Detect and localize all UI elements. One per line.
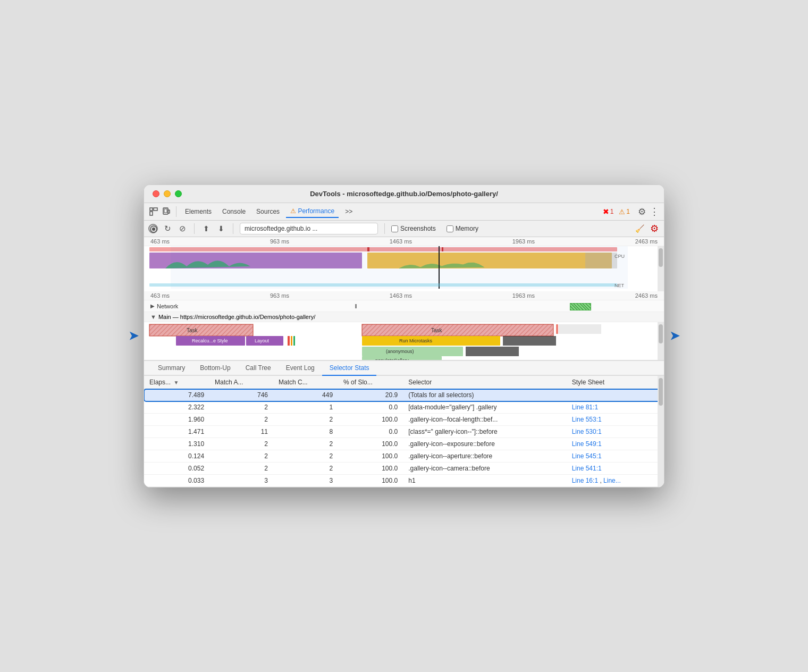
marker2-3: 1463 ms (390, 292, 412, 299)
tab-sources[interactable]: Sources (252, 206, 284, 217)
cell-selector: .gallery-icon--focal-length::bef... (403, 414, 566, 426)
memory-check[interactable] (447, 225, 453, 232)
cell-stylesheet[interactable] (567, 389, 664, 401)
record-button[interactable] (148, 224, 158, 233)
tab-summary[interactable]: Summary (150, 361, 192, 376)
col-match-c[interactable]: Match C... (273, 376, 338, 389)
cell-elapsed: 1.471 (144, 426, 209, 438)
cell-pct: 0.0 (338, 426, 403, 438)
stylesheet-link[interactable]: Line 553:1 (572, 416, 602, 423)
col-elapsed[interactable]: Elaps... ▼ (144, 376, 209, 389)
cell-match-c: 8 (273, 426, 338, 438)
svg-rect-2 (150, 212, 153, 215)
table-row: 1.96022100.0.gallery-icon--focal-length:… (144, 414, 664, 426)
sort-arrow: ▼ (173, 380, 179, 385)
maximize-button[interactable] (175, 190, 182, 197)
timeline-header-2: 463 ms 963 ms 1463 ms 1963 ms 2463 ms (144, 291, 664, 300)
traffic-lights (153, 190, 182, 197)
cell-selector: [data-module="gallery"] .gallery (403, 401, 566, 414)
stylesheet-link[interactable]: Line 81:1 (572, 404, 598, 411)
stylesheet-link[interactable]: Line... (603, 477, 621, 484)
cell-selector: .gallery-icon--exposure::before (403, 438, 566, 450)
cell-stylesheet[interactable]: Line 16:1 , Line... (567, 475, 664, 487)
settings-icon[interactable]: ⚙ (636, 206, 647, 217)
stylesheet-link[interactable]: Line 16:1 (572, 477, 598, 484)
screenshots-label: Screenshots (400, 225, 436, 232)
download-icon[interactable]: ⬇ (216, 223, 226, 234)
timeline-canvas[interactable]: CPU NET (144, 246, 664, 291)
inspect-icon[interactable] (148, 206, 159, 217)
cell-match-a: 2 (209, 438, 273, 450)
col-pct[interactable]: % of Slo... (338, 376, 403, 389)
stylesheet-link[interactable]: Line 541:1 (572, 465, 602, 472)
table-row: 0.03333100.0h1Line 16:1 , Line... (144, 475, 664, 487)
tab-selector-stats[interactable]: Selector Stats (322, 361, 377, 376)
svg-rect-17 (149, 283, 617, 287)
cell-stylesheet[interactable]: Line 530:1 (567, 426, 664, 438)
cell-stylesheet[interactable]: Line 549:1 (567, 438, 664, 450)
col-selector[interactable]: Selector (403, 376, 566, 389)
cell-match-a: 746 (209, 389, 273, 401)
window-title: DevTools - microsoftedge.github.io/Demos… (310, 190, 498, 198)
refresh-icon[interactable]: ↻ (162, 223, 173, 234)
marker2-5: 2463 ms (635, 292, 658, 299)
network-row: ▶ Network (144, 300, 664, 312)
cell-pct: 100.0 (338, 450, 403, 463)
minimize-button[interactable] (164, 190, 171, 197)
main-triangle[interactable]: ▼ (150, 314, 156, 320)
cell-match-c: 449 (273, 389, 338, 401)
col-stylesheet[interactable]: Style Sheet (567, 376, 664, 389)
screenshots-checkbox[interactable]: Screenshots (391, 225, 436, 232)
svg-text:populateGallery: populateGallery (375, 358, 409, 360)
marker-2: 963 ms (270, 238, 289, 245)
tab-call-tree[interactable]: Call Tree (238, 361, 279, 376)
screenshots-check[interactable] (391, 225, 398, 232)
cell-stylesheet[interactable]: Line 545:1 (567, 450, 664, 463)
cell-match-c: 3 (273, 475, 338, 487)
table-header-row: Elaps... ▼ Match A... Match C... % of Sl… (144, 376, 664, 389)
svg-rect-1 (154, 208, 157, 211)
tab-bottom-up[interactable]: Bottom-Up (192, 361, 238, 376)
tab-performance[interactable]: ⚠ Performance (286, 205, 339, 218)
tab-event-log[interactable]: Event Log (279, 361, 322, 376)
network-triangle[interactable]: ▶ (150, 303, 155, 309)
table-row: 1.31022100.0.gallery-icon--exposure::bef… (144, 438, 664, 450)
cell-stylesheet[interactable]: Line 81:1 (567, 401, 664, 414)
blue-arrow-right: ➤ (670, 329, 679, 343)
svg-rect-40 (503, 336, 556, 346)
tab-console[interactable]: Console (218, 206, 250, 217)
cell-match-c: 1 (273, 401, 338, 414)
broom-icon[interactable]: 🧹 (634, 223, 645, 234)
table-row: 7.48974644920.9(Totals for all selectors… (144, 389, 664, 401)
memory-checkbox[interactable]: Memory (447, 225, 478, 232)
table-row: 1.4711180.0[class*=" gallery-icon--"]::b… (144, 426, 664, 438)
tab-more[interactable]: >> (341, 206, 357, 217)
devtools-toolbar: Elements Console Sources ⚠ Performance >… (144, 203, 664, 221)
stylesheet-link[interactable]: Line 530:1 (572, 428, 602, 435)
stylesheet-link[interactable]: Line 545:1 (572, 452, 602, 460)
settings-red-icon[interactable]: ⚙ (649, 223, 660, 234)
marker-3: 1463 ms (390, 238, 412, 245)
cell-elapsed: 0.124 (144, 450, 209, 463)
warn-badge: ⚠ 1 (619, 208, 630, 216)
stylesheet-link[interactable]: Line 549:1 (572, 440, 602, 448)
cell-stylesheet[interactable]: Line 553:1 (567, 414, 664, 426)
toolbar-separator (176, 206, 176, 217)
svg-text:Task: Task (431, 327, 443, 333)
cancel-icon[interactable]: ⊘ (177, 223, 188, 234)
tab-elements[interactable]: Elements (181, 206, 216, 217)
close-button[interactable] (153, 190, 159, 197)
device-icon[interactable] (161, 206, 172, 217)
cell-selector: [class*=" gallery-icon--"]::before (403, 426, 566, 438)
svg-text:Task: Task (187, 327, 198, 333)
cell-match-c: 2 (273, 463, 338, 475)
svg-rect-31 (293, 336, 295, 346)
more-icon[interactable]: ⋮ (649, 206, 660, 217)
cell-stylesheet[interactable]: Line 541:1 (567, 463, 664, 475)
svg-text:CPU: CPU (615, 254, 625, 259)
svg-text:Layout: Layout (255, 338, 270, 343)
upload-icon[interactable]: ⬆ (201, 223, 212, 234)
marker2-2: 963 ms (270, 292, 289, 299)
col-match-a[interactable]: Match A... (209, 376, 273, 389)
timeline-labels-1: 463 ms 963 ms 1463 ms 1963 ms 2463 ms (144, 238, 664, 245)
